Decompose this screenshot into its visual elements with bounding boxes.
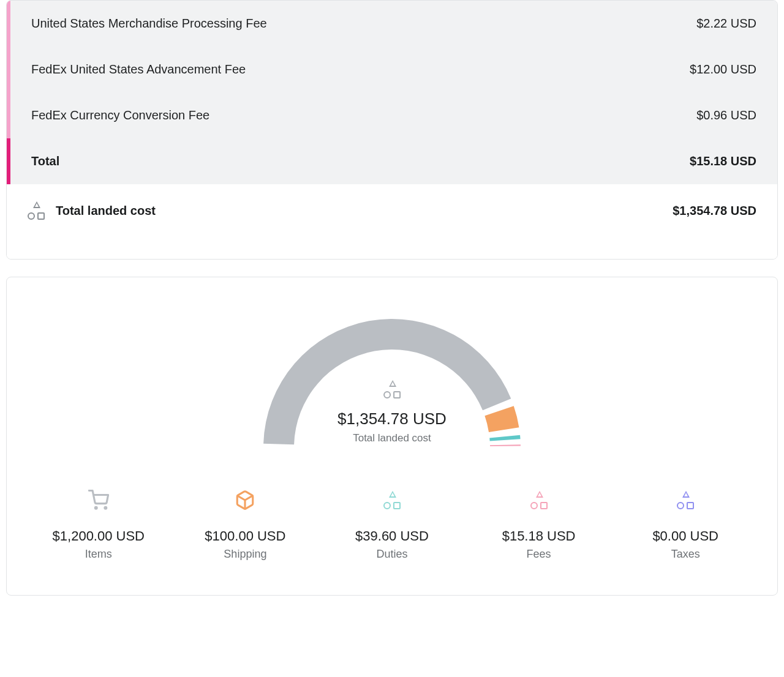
shapes-icon xyxy=(383,380,401,398)
breakdown-amount: $15.18 USD xyxy=(469,528,609,544)
fees-list: United States Merchandise Processing Fee… xyxy=(7,1,777,138)
fee-row: FedEx United States Advancement Fee $12.… xyxy=(10,47,777,92)
fee-row: FedEx Currency Conversion Fee $0.96 USD xyxy=(10,92,777,138)
breakdown-label: Fees xyxy=(469,548,609,561)
fees-card: United States Merchandise Processing Fee… xyxy=(6,0,778,260)
breakdown-label: Items xyxy=(29,548,168,561)
svg-point-0 xyxy=(95,507,97,509)
fees-total-row: Total $15.18 USD xyxy=(7,138,777,184)
breakdown-duties: $39.60 USD Duties xyxy=(322,488,462,561)
fee-row: United States Merchandise Processing Fee… xyxy=(10,1,777,47)
fee-label: FedEx United States Advancement Fee xyxy=(31,62,246,77)
breakdown-card: $1,354.78 USD Total landed cost $1,200.0… xyxy=(6,277,778,596)
gauge-segment-shipping xyxy=(484,406,519,432)
breakdown-amount: $0.00 USD xyxy=(616,528,755,544)
landed-cost-gauge: $1,354.78 USD Total landed cost xyxy=(245,307,539,454)
total-landed-cost-value: $1,354.78 USD xyxy=(673,204,756,218)
shapes-icon xyxy=(383,491,401,509)
shapes-icon xyxy=(530,491,548,509)
breakdown-label: Taxes xyxy=(616,548,755,561)
breakdown-label: Shipping xyxy=(176,548,315,561)
gauge-sublabel: Total landed cost xyxy=(337,432,447,444)
breakdown-amount: $100.00 USD xyxy=(176,528,315,544)
breakdown-amount: $39.60 USD xyxy=(322,528,462,544)
box-icon xyxy=(235,490,255,511)
gauge-segment-duties xyxy=(489,435,520,441)
gauge-segment-fees xyxy=(490,444,521,446)
fees-total-value: $15.18 USD xyxy=(690,154,756,168)
cart-icon xyxy=(88,490,109,511)
gauge-amount: $1,354.78 USD xyxy=(337,410,447,428)
breakdown-items: $1,200.00 USD Items xyxy=(29,488,168,561)
total-landed-cost-label: Total landed cost xyxy=(56,204,156,218)
breakdown-amount: $1,200.00 USD xyxy=(29,528,168,544)
total-landed-cost-row: Total landed cost $1,354.78 USD xyxy=(7,184,777,237)
fee-value: $12.00 USD xyxy=(690,62,756,77)
fees-total-label: Total xyxy=(31,154,59,168)
fee-label: United States Merchandise Processing Fee xyxy=(31,17,267,31)
shapes-icon xyxy=(677,491,694,509)
breakdown-fees: $15.18 USD Fees xyxy=(469,488,609,561)
fee-value: $0.96 USD xyxy=(696,108,756,122)
breakdown-shipping: $100.00 USD Shipping xyxy=(176,488,315,561)
fee-value: $2.22 USD xyxy=(696,17,756,31)
breakdown-taxes: $0.00 USD Taxes xyxy=(616,488,755,561)
breakdown-label: Duties xyxy=(322,548,462,561)
svg-point-1 xyxy=(105,507,107,509)
breakdown-grid: $1,200.00 USD Items $100.00 USD Shipping… xyxy=(29,488,755,561)
fee-label: FedEx Currency Conversion Fee xyxy=(31,108,209,122)
shapes-icon xyxy=(28,201,45,220)
